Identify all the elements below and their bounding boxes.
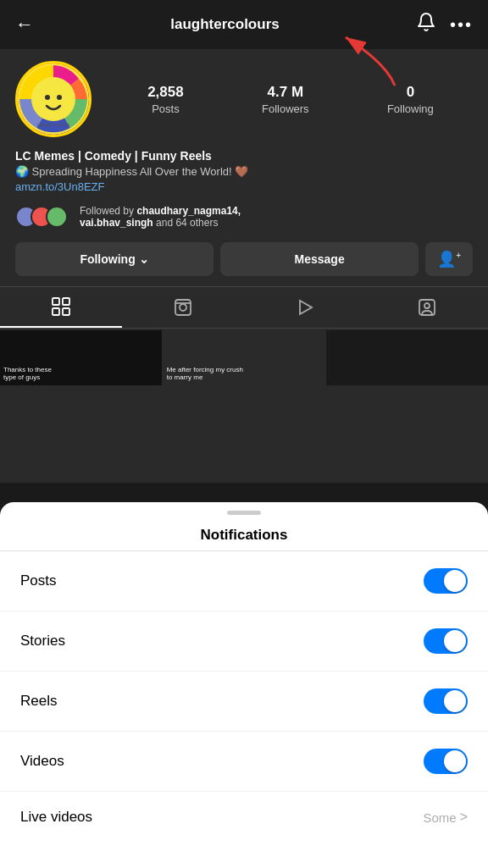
notif-label-stories: Stories xyxy=(20,633,65,650)
bell-icon[interactable] xyxy=(416,12,436,37)
svg-point-4 xyxy=(57,95,62,100)
tab-bar xyxy=(0,286,488,329)
posts-stat[interactable]: 2,858 Posts xyxy=(147,84,184,115)
back-icon[interactable]: ← xyxy=(15,14,34,36)
thumb-1[interactable]: Thanks to thesetype of guys xyxy=(0,330,162,385)
tab-tagged[interactable] xyxy=(366,287,488,328)
some-right: Some > xyxy=(423,810,468,825)
toggle-knob-posts xyxy=(444,570,466,592)
chevron-right-icon: > xyxy=(460,810,468,825)
profile-username: laughtercolours xyxy=(170,16,279,33)
bio-section: LC Memes | Comedy | Funny Reels 🌍 Spread… xyxy=(0,146,488,200)
thumb-text-1: Thanks to thesetype of guys xyxy=(3,366,52,382)
svg-rect-10 xyxy=(175,300,191,315)
svg-point-2 xyxy=(31,77,75,121)
notif-row-videos: Videos xyxy=(0,732,488,792)
svg-rect-6 xyxy=(53,298,59,305)
followers-label: Followers xyxy=(262,102,309,115)
message-button[interactable]: Message xyxy=(220,242,419,276)
more-icon[interactable]: ••• xyxy=(450,15,473,35)
followers-stat[interactable]: 4.7 M Followers xyxy=(262,84,309,115)
notif-label-live: Live videos xyxy=(20,809,92,826)
action-buttons: Following ⌄ Message 👤+ xyxy=(0,237,488,286)
profile-row: Laughter Colours 2,858 Posts 4.7 M Follo… xyxy=(0,49,488,146)
toggle-knob-reels xyxy=(444,690,466,712)
svg-rect-8 xyxy=(53,308,59,315)
followed-by: Followed by chaudhary_nagma14,vai.bhav_s… xyxy=(0,200,488,237)
followed-text: Followed by chaudhary_nagma14,vai.bhav_s… xyxy=(80,205,241,229)
bio-name: LC Memes | Comedy | Funny Reels xyxy=(15,149,473,163)
thumb-2[interactable]: Me after forcing my crushto marry me xyxy=(164,330,325,385)
svg-rect-7 xyxy=(63,298,69,305)
add-friend-button[interactable]: 👤+ xyxy=(425,242,473,276)
toggle-videos[interactable] xyxy=(424,749,468,774)
toggle-reels[interactable] xyxy=(424,688,468,714)
svg-rect-9 xyxy=(63,308,69,315)
svg-text:Laughter Colours: Laughter Colours xyxy=(37,122,70,127)
arrow-annotation xyxy=(336,30,403,93)
thumb-text-2: Me after forcing my crushto marry me xyxy=(167,366,243,382)
sheet-handle[interactable] xyxy=(227,511,261,515)
thumb-3[interactable] xyxy=(326,330,488,385)
toggle-knob-videos xyxy=(444,750,466,772)
svg-marker-13 xyxy=(300,301,312,314)
following-count: 0 xyxy=(407,84,414,101)
bio-desc: 🌍 Spreading Happiness All Over the World… xyxy=(15,165,473,178)
chevron-down-icon: ⌄ xyxy=(139,252,149,266)
add-person-icon: 👤+ xyxy=(437,251,461,268)
toggle-knob-stories xyxy=(444,630,466,652)
following-button[interactable]: Following ⌄ xyxy=(15,242,214,276)
following-label: Following xyxy=(80,252,135,266)
profile-background: ← laughtercolours ••• xyxy=(0,0,488,483)
tab-reels[interactable] xyxy=(122,287,244,328)
following-label: Following xyxy=(387,102,434,115)
bio-link[interactable]: amzn.to/3Un8EZF xyxy=(15,180,473,193)
notif-label-reels: Reels xyxy=(20,693,57,710)
tab-grid[interactable] xyxy=(0,287,122,328)
stats-container: 2,858 Posts 4.7 M Followers 0 Following xyxy=(108,84,473,115)
tab-videos[interactable] xyxy=(244,287,366,328)
followers-count: 4.7 M xyxy=(268,84,304,101)
sheet-title: Notifications xyxy=(0,527,488,544)
posts-count: 2,858 xyxy=(147,84,184,101)
notif-row-stories: Stories xyxy=(0,611,488,672)
profile-header: ← laughtercolours ••• xyxy=(0,0,488,49)
followed-avatars xyxy=(15,206,61,228)
grid-preview: Thanks to thesetype of guys Me after for… xyxy=(0,329,488,387)
svg-point-15 xyxy=(424,303,430,308)
notif-row-live[interactable]: Live videos Some > xyxy=(0,792,488,843)
notif-row-posts: Posts xyxy=(0,551,488,611)
avatar[interactable]: Laughter Colours xyxy=(15,61,92,137)
live-value: Some xyxy=(423,810,456,825)
notif-row-reels: Reels xyxy=(0,672,488,732)
notif-label-videos: Videos xyxy=(20,753,64,770)
posts-label: Posts xyxy=(152,102,180,115)
notifications-sheet: Notifications Posts Stories Reels Videos… xyxy=(0,502,488,868)
svg-point-11 xyxy=(180,304,186,311)
notif-label-posts: Posts xyxy=(20,572,57,589)
follower-avatar-3 xyxy=(46,206,68,228)
toggle-stories[interactable] xyxy=(424,628,468,654)
toggle-posts[interactable] xyxy=(424,568,468,594)
svg-point-3 xyxy=(45,95,50,100)
